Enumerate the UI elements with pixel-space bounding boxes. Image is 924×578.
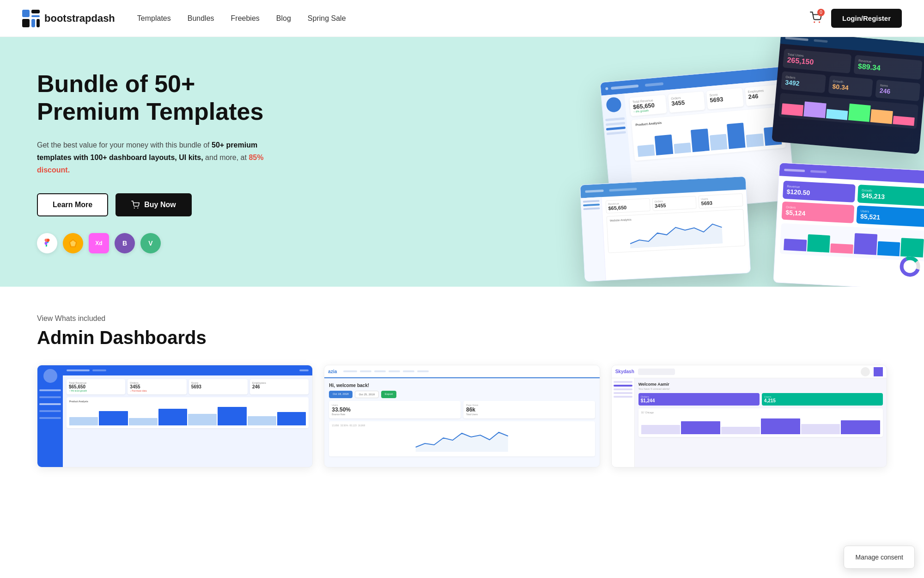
hero-title: Bundle of 50+ Premium Templates bbox=[37, 70, 277, 126]
svg-rect-3 bbox=[22, 19, 30, 27]
xd-badge: Xd bbox=[89, 233, 109, 253]
svg-point-9 bbox=[137, 207, 138, 208]
cart-badge: 0 bbox=[817, 9, 825, 16]
logo[interactable]: bootstrapdash bbox=[22, 10, 115, 27]
vue-badge: V bbox=[140, 233, 161, 253]
nav-item-blog[interactable]: Blog bbox=[276, 14, 291, 23]
navbar-left: bootstrapdash Templates Bundles Freebies… bbox=[22, 10, 346, 27]
dashboard-mock-dark: Total Users 265,150 Revenue $89.34 Order… bbox=[772, 37, 924, 154]
figma-badge bbox=[37, 233, 57, 253]
azia-preview-inner: azia Hi, welcome back! Oct 18, 2018 Oct … bbox=[324, 365, 599, 467]
buy-now-button[interactable]: Buy Now bbox=[116, 193, 191, 216]
nav-links: Templates Bundles Freebies Blog Spring S… bbox=[137, 14, 346, 23]
hero-buttons: Learn More Buy Now bbox=[37, 193, 277, 216]
nav-link-spring-sale[interactable]: Spring Sale bbox=[308, 14, 346, 22]
nav-item-templates[interactable]: Templates bbox=[137, 14, 171, 23]
hero-content: Bundle of 50+ Premium Templates Get the … bbox=[37, 70, 277, 253]
svg-rect-2 bbox=[31, 15, 40, 17]
hero-section: Bundle of 50+ Premium Templates Get the … bbox=[0, 37, 924, 287]
navbar-right: 0 Login/Register bbox=[810, 9, 902, 28]
dashboard-previews: Total Revenue $65,650 ↑ 4% level growth … bbox=[37, 365, 887, 467]
svg-point-7 bbox=[819, 21, 820, 23]
svg-rect-1 bbox=[31, 10, 40, 13]
brand-name: bootstrapdash bbox=[44, 12, 115, 25]
svg-marker-16 bbox=[416, 432, 508, 452]
stackadmin-preview[interactable]: Total Revenue $65,650 ↑ 4% level growth … bbox=[37, 365, 313, 467]
svg-rect-4 bbox=[31, 19, 35, 27]
svg-rect-5 bbox=[36, 19, 40, 27]
tech-badges: Xd B V bbox=[37, 233, 277, 253]
logo-icon bbox=[22, 10, 40, 27]
nav-item-freebies[interactable]: Freebies bbox=[231, 14, 260, 23]
svg-rect-0 bbox=[22, 10, 30, 17]
skydash-preview[interactable]: Skydash Wel bbox=[611, 365, 887, 467]
skydash-preview-inner: Skydash Wel bbox=[612, 365, 887, 467]
nav-link-bundles[interactable]: Bundles bbox=[188, 14, 214, 22]
bootstrap-badge: B bbox=[115, 233, 135, 253]
navbar: bootstrapdash Templates Bundles Freebies… bbox=[0, 0, 924, 37]
section-below: View Whats included Admin Dashboards bbox=[0, 287, 924, 486]
stackadmin-preview-inner: Total Revenue $65,650 ↑ 4% level growth … bbox=[37, 365, 312, 467]
nav-item-bundles[interactable]: Bundles bbox=[188, 14, 214, 23]
svg-point-6 bbox=[814, 21, 815, 23]
nav-item-spring-sale[interactable]: Spring Sale bbox=[308, 14, 346, 23]
dashboard-mock-bottom-right: Revenue $120.50 Growth $45,213 Orders $5… bbox=[773, 162, 924, 287]
azia-preview[interactable]: azia Hi, welcome back! Oct 18, 2018 Oct … bbox=[324, 365, 600, 467]
nav-link-freebies[interactable]: Freebies bbox=[231, 14, 260, 22]
cart-icon-small bbox=[131, 201, 140, 209]
dashboard-mock-bottom-left: Revenue $65,650 Orders 3455 Users 5693 bbox=[580, 176, 751, 282]
cart-button[interactable]: 0 bbox=[810, 12, 822, 25]
sketch-badge bbox=[63, 233, 83, 253]
nav-link-templates[interactable]: Templates bbox=[137, 14, 171, 22]
learn-more-button[interactable]: Learn More bbox=[37, 193, 108, 216]
login-register-button[interactable]: Login/Register bbox=[831, 9, 902, 28]
svg-point-8 bbox=[134, 207, 135, 208]
view-label: View Whats included bbox=[37, 314, 887, 323]
section-title: Admin Dashboards bbox=[37, 327, 887, 348]
nav-link-blog[interactable]: Blog bbox=[276, 14, 291, 22]
hero-description: Get the best value for your money with t… bbox=[37, 139, 277, 177]
hero-images: Total Revenue $65,650 ↑ 4% growth Orders… bbox=[582, 37, 924, 287]
